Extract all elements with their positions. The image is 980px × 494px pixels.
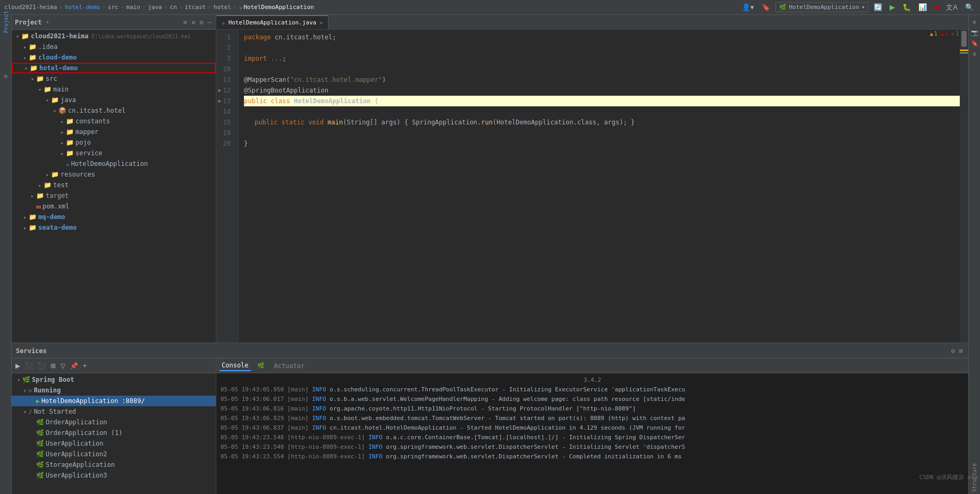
target-arrow (29, 193, 36, 199)
svc-order-app[interactable]: 🌿 OrderApplication (12, 417, 216, 428)
svc-hotel-app[interactable]: ▶ HotelDemoApplication :8089/ (12, 396, 216, 406)
tree-constants[interactable]: 📁 constants (12, 116, 216, 127)
coverage-button[interactable]: 📊 (916, 2, 929, 12)
minimize-icon[interactable]: — (207, 18, 213, 27)
breadcrumb-item-2[interactable]: src (108, 4, 119, 11)
log-3: 05-05 19:43:06.816 [main] INFO org.apach… (221, 404, 964, 414)
tree-hotel-app-file[interactable]: ☕ HotelDemoApplication (12, 158, 216, 169)
tree-java[interactable]: 📁 java (12, 95, 216, 105)
breadcrumb-item-5[interactable]: cn (170, 4, 177, 11)
running-label: Running (34, 387, 61, 394)
svc-spring-boot[interactable]: 🌿 Spring Boot (12, 374, 216, 385)
run-config[interactable]: 🌿 HotelDemoApplication ▾ (775, 2, 868, 12)
editor-tab-active[interactable]: ☕ HotelDemoApplication.java ✕ (216, 15, 328, 29)
svc-pin-btn[interactable]: 📌 (69, 361, 80, 371)
settings-icon[interactable]: ⚙ (199, 18, 205, 27)
svc-add-btn[interactable]: + (81, 361, 88, 371)
run-button[interactable]: ▶ (888, 2, 897, 12)
svc-user-app-3[interactable]: 🌿 UserApplication3 (12, 470, 216, 481)
svc-order-app-1[interactable]: 🌿 OrderApplication (1) (12, 428, 216, 438)
tree-hotel-demo[interactable]: 📁 hotel-demo (12, 63, 216, 73)
breadcrumb-item-3[interactable]: main (126, 4, 140, 11)
collapse-icon[interactable]: ≡ (190, 18, 196, 27)
hotel-demo-arrow (22, 65, 30, 71)
tree-main[interactable]: 📁 main (12, 84, 216, 95)
pkg-icon: 📦 (58, 107, 66, 114)
tree-mq-demo[interactable]: 📁 mq-demo (12, 212, 216, 222)
user-app-2-icon: 🌿 (36, 450, 44, 458)
svc-split-h-btn[interactable]: ⬛ (23, 361, 35, 371)
svc-not-started[interactable]: / Not Started (12, 406, 216, 417)
svc-running-group[interactable]: ▷ Running (12, 385, 216, 396)
gutter-run2-icon[interactable]: 🍃 (216, 96, 217, 106)
locate-icon[interactable]: ⊕ (182, 18, 188, 27)
gutter-play-icon[interactable]: ▶ (218, 85, 222, 96)
debug-button[interactable]: 🐛 (900, 2, 913, 12)
const-icon: 📁 (66, 118, 74, 125)
svc-storage-app[interactable]: 🌿 StorageApplication (12, 459, 216, 470)
scrollbar-thumb[interactable] (961, 31, 967, 47)
stop-button[interactable]: ■ (932, 2, 941, 12)
svc-filter-btn[interactable]: ▽ (59, 361, 67, 371)
tree-pojo[interactable]: 📁 pojo (12, 137, 216, 148)
svc-split-v-btn[interactable]: ⬛ (36, 361, 47, 371)
console-tab[interactable]: Console (219, 361, 251, 371)
breadcrumb-item-7[interactable]: hotel (214, 4, 231, 11)
pojo-icon: 📁 (66, 139, 74, 146)
editor-scrollbar[interactable] (960, 30, 968, 342)
tree-service[interactable]: 📁 service (12, 148, 216, 158)
svc-user-app-2[interactable]: 🌿 UserApplication2 (12, 449, 216, 459)
panel-header-icons: ⊕ ≡ ⚙ — (182, 18, 213, 27)
right-icon-4[interactable]: ⚙ (970, 49, 979, 58)
left-icon-1[interactable]: ⚙ (1, 71, 11, 81)
breadcrumb-item-4[interactable]: java (148, 4, 162, 11)
right-icon-1[interactable]: ⊕ (970, 17, 979, 27)
tree-test[interactable]: 📁 test (12, 180, 216, 190)
cloud-demo-label: cloud-demo (38, 54, 77, 61)
code-area[interactable]: 1 2 3 10 11 🍃 ▶ 12 🍃 (216, 30, 968, 342)
breadcrumb-item-0[interactable]: cloud2021-heima (4, 4, 57, 11)
services-expand-icon[interactable]: ⊞ (958, 346, 964, 356)
test-label: test (53, 181, 69, 189)
gutter-play2-icon[interactable]: ▶ (218, 96, 222, 106)
tree-mapper[interactable]: 📁 mapper (12, 127, 216, 137)
idea-label: .idea (38, 43, 57, 51)
breadcrumb-item-1[interactable]: hotel-demo (65, 4, 100, 11)
svc-group-btn[interactable]: ⊞ (49, 361, 57, 371)
translate-button[interactable]: 文A (944, 2, 960, 13)
tree-target[interactable]: 📁 target (12, 190, 216, 201)
tree-package[interactable]: 📦 cn.itcast.hotel (12, 105, 216, 116)
svc-user-app[interactable]: 🌿 UserApplication (12, 438, 216, 449)
pkg-label: cn.itcast.hotel (68, 107, 125, 114)
tree-root[interactable]: 📁 cloud2021-heima E:\idea-workspace\clou… (12, 31, 216, 41)
breadcrumb-item-8[interactable]: HotelDemoApplication (243, 4, 314, 11)
console-output[interactable]: 3.4.2 05-05 19:43:05.950 [main] INFO o.s… (216, 373, 968, 494)
services-toolbar: ▶ ⬛ ⬛ ⊞ ▽ 📌 + (12, 358, 216, 373)
profile-button[interactable]: 👤▾ (740, 2, 756, 12)
warning-icon: ▲ (930, 31, 933, 37)
user-app-2-label: UserApplication2 (46, 450, 107, 458)
ok-icon: ✓ (951, 31, 954, 37)
tree-cloud-demo[interactable]: 📁 cloud-demo (12, 52, 216, 63)
tree-resources[interactable]: 📁 resources (12, 169, 216, 180)
editor-tabs: ☕ HotelDemoApplication.java ✕ (216, 15, 968, 30)
svc-run-btn[interactable]: ▶ (14, 361, 22, 371)
services-settings-icon[interactable]: ⚙ (950, 346, 956, 356)
tree-pom[interactable]: 𝐦 pom.xml (12, 201, 216, 212)
search-button[interactable]: 🔍 (963, 2, 976, 12)
project-icon[interactable]: Project (1, 17, 11, 27)
tree-src[interactable]: 📁 src (12, 73, 216, 84)
vcs-button[interactable]: 🔖 (759, 2, 772, 12)
running-icon: ▷ (29, 387, 32, 394)
tree-seata-demo[interactable]: 📁 seata-demo (12, 222, 216, 233)
breadcrumb-item-6[interactable]: itcast (184, 4, 206, 11)
user-app-3-icon: 🌿 (36, 472, 44, 479)
gutter-run-icon[interactable]: 🍃 (216, 85, 217, 96)
const-label: constants (75, 118, 110, 125)
tree-idea[interactable]: 📁 .idea (12, 41, 216, 52)
right-icon-3[interactable]: 🔖 (970, 38, 979, 48)
tab-close-icon[interactable]: ✕ (319, 20, 323, 26)
right-icon-2[interactable]: 📷 (970, 28, 979, 37)
reload-button[interactable]: 🔄 (872, 2, 884, 12)
actuator-tab[interactable]: Actuator (272, 361, 307, 371)
